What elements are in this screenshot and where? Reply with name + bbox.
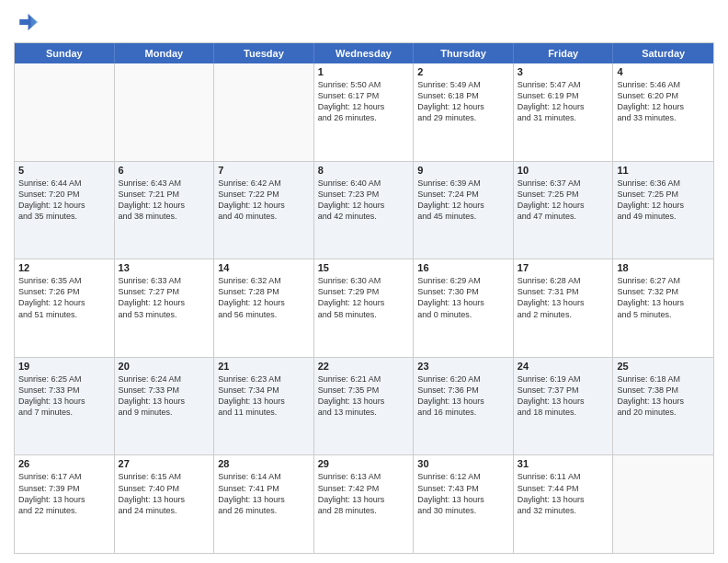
day-cell-28: 28Sunrise: 6:14 AM Sunset: 7:41 PM Dayli… [214, 455, 314, 553]
day-number: 3 [518, 66, 609, 77]
day-number: 1 [318, 66, 410, 77]
day-number: 7 [218, 165, 310, 176]
day-cell-29: 29Sunrise: 6:13 AM Sunset: 7:42 PM Dayli… [314, 455, 415, 553]
logo-icon [14, 9, 40, 35]
day-number: 13 [119, 262, 210, 273]
day-info: Sunrise: 6:42 AM Sunset: 7:22 PM Dayligh… [218, 178, 310, 223]
day-cell-30: 30Sunrise: 6:12 AM Sunset: 7:43 PM Dayli… [414, 455, 514, 553]
day-header-saturday: Saturday [613, 43, 713, 63]
weeks: 1Sunrise: 5:50 AM Sunset: 6:17 PM Daylig… [15, 63, 713, 553]
header [14, 9, 714, 35]
day-number: 20 [119, 361, 210, 372]
day-cell-empty [613, 455, 713, 553]
day-cell-7: 7Sunrise: 6:42 AM Sunset: 7:22 PM Daylig… [214, 162, 314, 259]
day-info: Sunrise: 6:23 AM Sunset: 7:34 PM Dayligh… [218, 373, 310, 419]
day-info: Sunrise: 6:44 AM Sunset: 7:20 PM Dayligh… [18, 178, 110, 223]
week-2: 5Sunrise: 6:44 AM Sunset: 7:20 PM Daylig… [15, 161, 713, 259]
day-info: Sunrise: 6:29 AM Sunset: 7:30 PM Dayligh… [417, 275, 509, 320]
day-cell-24: 24Sunrise: 6:19 AM Sunset: 7:37 PM Dayli… [514, 358, 614, 455]
day-number: 23 [417, 361, 509, 372]
day-info: Sunrise: 6:43 AM Sunset: 7:21 PM Dayligh… [119, 178, 210, 223]
day-info: Sunrise: 5:50 AM Sunset: 6:17 PM Dayligh… [318, 79, 410, 124]
day-cell-1: 1Sunrise: 5:50 AM Sunset: 6:17 PM Daylig… [314, 63, 415, 161]
week-3: 12Sunrise: 6:35 AM Sunset: 7:26 PM Dayli… [15, 259, 713, 357]
day-cell-6: 6Sunrise: 6:43 AM Sunset: 7:21 PM Daylig… [115, 162, 215, 259]
day-info: Sunrise: 6:28 AM Sunset: 7:31 PM Dayligh… [518, 275, 609, 320]
day-headers: SundayMondayTuesdayWednesdayThursdayFrid… [15, 43, 713, 63]
day-cell-13: 13Sunrise: 6:33 AM Sunset: 7:27 PM Dayli… [115, 259, 215, 357]
day-number: 22 [318, 361, 410, 372]
day-number: 10 [518, 165, 609, 176]
day-info: Sunrise: 6:17 AM Sunset: 7:39 PM Dayligh… [18, 471, 110, 516]
day-info: Sunrise: 6:18 AM Sunset: 7:38 PM Dayligh… [617, 373, 710, 419]
day-info: Sunrise: 5:49 AM Sunset: 6:18 PM Dayligh… [417, 79, 509, 124]
day-number: 21 [218, 361, 310, 372]
day-cell-31: 31Sunrise: 6:11 AM Sunset: 7:44 PM Dayli… [514, 455, 614, 553]
day-number: 2 [417, 66, 509, 77]
day-number: 14 [218, 262, 310, 273]
day-cell-18: 18Sunrise: 6:27 AM Sunset: 7:32 PM Dayli… [613, 259, 713, 357]
day-info: Sunrise: 6:14 AM Sunset: 7:41 PM Dayligh… [218, 471, 310, 516]
day-cell-25: 25Sunrise: 6:18 AM Sunset: 7:38 PM Dayli… [613, 358, 713, 455]
day-header-monday: Monday [115, 43, 215, 63]
day-info: Sunrise: 6:21 AM Sunset: 7:35 PM Dayligh… [318, 373, 410, 419]
day-cell-20: 20Sunrise: 6:24 AM Sunset: 7:33 PM Dayli… [115, 358, 215, 455]
day-number: 24 [518, 361, 609, 372]
day-info: Sunrise: 6:25 AM Sunset: 7:33 PM Dayligh… [18, 373, 110, 419]
day-number: 9 [417, 165, 509, 176]
day-info: Sunrise: 6:32 AM Sunset: 7:28 PM Dayligh… [218, 275, 310, 320]
day-info: Sunrise: 6:20 AM Sunset: 7:36 PM Dayligh… [417, 373, 509, 419]
day-number: 11 [617, 165, 710, 176]
day-cell-26: 26Sunrise: 6:17 AM Sunset: 7:39 PM Dayli… [15, 455, 115, 553]
day-number: 18 [617, 262, 710, 273]
day-number: 8 [318, 165, 410, 176]
day-cell-22: 22Sunrise: 6:21 AM Sunset: 7:35 PM Dayli… [314, 358, 415, 455]
week-5: 26Sunrise: 6:17 AM Sunset: 7:39 PM Dayli… [15, 454, 713, 553]
day-info: Sunrise: 6:27 AM Sunset: 7:32 PM Dayligh… [617, 275, 710, 320]
day-info: Sunrise: 6:24 AM Sunset: 7:33 PM Dayligh… [119, 373, 210, 419]
day-number: 31 [518, 458, 609, 469]
day-info: Sunrise: 6:33 AM Sunset: 7:27 PM Dayligh… [119, 275, 210, 320]
day-info: Sunrise: 6:30 AM Sunset: 7:29 PM Dayligh… [318, 275, 410, 320]
day-info: Sunrise: 6:37 AM Sunset: 7:25 PM Dayligh… [518, 178, 609, 223]
day-cell-9: 9Sunrise: 6:39 AM Sunset: 7:24 PM Daylig… [414, 162, 514, 259]
day-header-wednesday: Wednesday [314, 43, 415, 63]
day-cell-12: 12Sunrise: 6:35 AM Sunset: 7:26 PM Dayli… [15, 259, 115, 357]
day-cell-16: 16Sunrise: 6:29 AM Sunset: 7:30 PM Dayli… [414, 259, 514, 357]
day-cell-3: 3Sunrise: 5:47 AM Sunset: 6:19 PM Daylig… [514, 63, 614, 161]
day-number: 16 [417, 262, 509, 273]
day-number: 15 [318, 262, 410, 273]
day-info: Sunrise: 5:46 AM Sunset: 6:20 PM Dayligh… [617, 79, 710, 124]
day-cell-5: 5Sunrise: 6:44 AM Sunset: 7:20 PM Daylig… [15, 162, 115, 259]
day-cell-19: 19Sunrise: 6:25 AM Sunset: 7:33 PM Dayli… [15, 358, 115, 455]
day-cell-empty [115, 63, 215, 161]
day-header-tuesday: Tuesday [214, 43, 314, 63]
day-cell-21: 21Sunrise: 6:23 AM Sunset: 7:34 PM Dayli… [214, 358, 314, 455]
day-cell-11: 11Sunrise: 6:36 AM Sunset: 7:25 PM Dayli… [613, 162, 713, 259]
day-cell-15: 15Sunrise: 6:30 AM Sunset: 7:29 PM Dayli… [314, 259, 415, 357]
day-number: 25 [617, 361, 710, 372]
day-info: Sunrise: 6:39 AM Sunset: 7:24 PM Dayligh… [417, 178, 509, 223]
day-number: 19 [18, 361, 110, 372]
day-header-thursday: Thursday [414, 43, 514, 63]
calendar: SundayMondayTuesdayWednesdayThursdayFrid… [14, 42, 714, 554]
day-number: 28 [218, 458, 310, 469]
day-number: 17 [518, 262, 609, 273]
page-container: SundayMondayTuesdayWednesdayThursdayFrid… [0, 0, 728, 563]
day-info: Sunrise: 6:35 AM Sunset: 7:26 PM Dayligh… [18, 275, 110, 320]
day-header-friday: Friday [514, 43, 614, 63]
day-cell-4: 4Sunrise: 5:46 AM Sunset: 6:20 PM Daylig… [613, 63, 713, 161]
logo [14, 9, 43, 35]
day-info: Sunrise: 6:19 AM Sunset: 7:37 PM Dayligh… [518, 373, 609, 419]
day-number: 26 [18, 458, 110, 469]
day-cell-17: 17Sunrise: 6:28 AM Sunset: 7:31 PM Dayli… [514, 259, 614, 357]
day-cell-8: 8Sunrise: 6:40 AM Sunset: 7:23 PM Daylig… [314, 162, 415, 259]
day-info: Sunrise: 6:12 AM Sunset: 7:43 PM Dayligh… [417, 471, 509, 516]
day-cell-empty [214, 63, 314, 161]
day-cell-empty [15, 63, 115, 161]
day-info: Sunrise: 6:11 AM Sunset: 7:44 PM Dayligh… [518, 471, 609, 516]
day-info: Sunrise: 6:40 AM Sunset: 7:23 PM Dayligh… [318, 178, 410, 223]
day-header-sunday: Sunday [15, 43, 115, 63]
day-number: 27 [119, 458, 210, 469]
day-cell-27: 27Sunrise: 6:15 AM Sunset: 7:40 PM Dayli… [115, 455, 215, 553]
